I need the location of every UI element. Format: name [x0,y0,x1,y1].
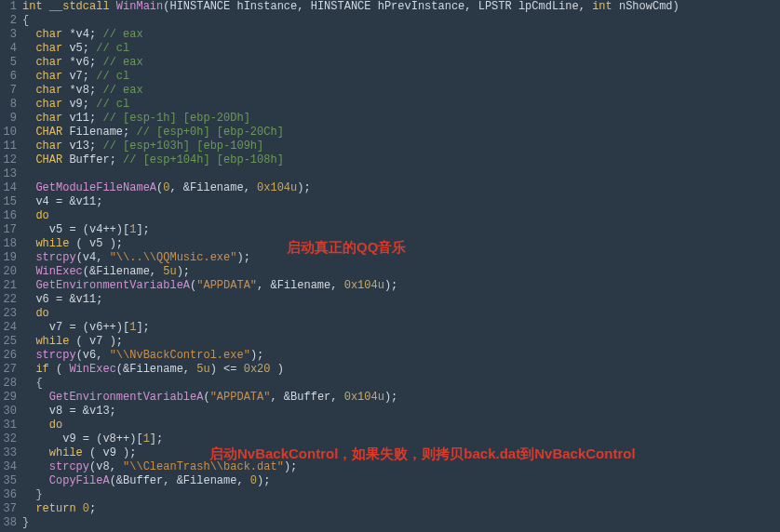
line-number: 35 [2,474,17,488]
code-line[interactable]: } [22,488,780,502]
code-line[interactable]: { [22,377,780,391]
line-number: 36 [2,488,17,502]
code-line[interactable]: } [22,516,780,530]
line-number: 23 [2,307,17,321]
line-number: 10 [2,126,17,140]
code-line[interactable]: do [22,419,780,432]
code-line[interactable]: do [22,209,780,223]
code-line[interactable]: return 0; [22,502,780,516]
code-line[interactable]: while ( v7 ); [22,335,780,349]
code-line[interactable]: WinExec(&Filename, 5u); [22,265,780,279]
code-line[interactable]: v8 = &v13; [22,405,780,419]
code-line[interactable]: v6 = &v11; [22,293,780,307]
code-line[interactable]: char *v8; // eax [22,84,780,98]
code-line[interactable]: v4 = &v11; [22,195,780,209]
line-number: 18 [2,237,17,251]
line-number: 11 [2,140,17,153]
line-number: 24 [2,321,17,335]
code-line[interactable]: GetEnvironmentVariableA("APPDATA", &File… [22,279,780,293]
line-number: 17 [2,223,17,237]
code-line[interactable]: char v7; // cl [22,70,780,84]
code-line[interactable]: if ( WinExec(&Filename, 5u) <= 0x20 ) [22,363,780,377]
annotation-nvbackcontrol: 启动NvBackControl，如果失败，则拷贝back.dat到NvBackC… [209,446,636,460]
code-line[interactable]: CHAR Buffer; // [esp+104h] [ebp-108h] [22,153,780,167]
code-line[interactable]: CHAR Filename; // [esp+0h] [ebp-20Ch] [22,126,780,140]
code-line[interactable]: v9 = (v8++)[1]; [22,432,780,446]
code-line[interactable]: char *v4; // eax [22,28,780,42]
code-line[interactable]: char v13; // [esp+103h] [ebp-109h] [22,140,780,153]
line-number: 27 [2,363,17,377]
code-line[interactable]: char v5; // cl [22,42,780,56]
line-number: 1 [2,0,17,14]
code-line[interactable]: char *v6; // eax [22,56,780,70]
line-number: 26 [2,349,17,363]
line-number: 29 [2,391,17,405]
line-number: 33 [2,446,17,460]
line-number: 34 [2,460,17,474]
line-number: 22 [2,293,17,307]
line-number: 20 [2,265,17,279]
code-line[interactable]: char v9; // cl [22,98,780,112]
line-number: 30 [2,405,17,419]
line-number: 12 [2,153,17,167]
code-line[interactable] [22,167,780,181]
line-number: 14 [2,181,17,195]
line-number: 25 [2,335,17,349]
annotation-qqmusic: 启动真正的QQ音乐 [287,240,406,254]
code-line[interactable]: CopyFileA(&Buffer, &Filename, 0); [22,474,780,488]
line-number: 19 [2,251,17,265]
line-number: 7 [2,84,17,98]
code-line[interactable]: do [22,307,780,321]
line-number: 37 [2,502,17,516]
line-number: 15 [2,195,17,209]
code-line[interactable]: strcpy(v8, "\\CleanTrash\\back.dat"); [22,460,780,474]
line-number: 6 [2,70,17,84]
line-number-gutter: 1 2 3 4 5 6 7 8 9 10 11 12 13 14 15 16 1… [0,0,20,530]
line-number: 4 [2,42,17,56]
code-line[interactable]: GetModuleFileNameA(0, &Filename, 0x104u)… [22,181,780,195]
code-line[interactable]: v7 = (v6++)[1]; [22,321,780,335]
line-number: 28 [2,377,17,391]
line-number: 16 [2,209,17,223]
line-number: 13 [2,167,17,181]
code-line[interactable]: v5 = (v4++)[1]; [22,223,780,237]
line-number: 38 [2,516,17,530]
code-line[interactable]: strcpy(v6, "\\NvBackControl.exe"); [22,349,780,363]
line-number: 31 [2,419,17,432]
code-line[interactable]: char v11; // [esp-1h] [ebp-20Dh] [22,112,780,126]
code-line[interactable]: GetEnvironmentVariableA("APPDATA", &Buff… [22,391,780,405]
code-line[interactable]: { [22,14,780,28]
line-number: 3 [2,28,17,42]
line-number: 9 [2,112,17,126]
line-number: 5 [2,56,17,70]
code-line[interactable]: int __stdcall WinMain(HINSTANCE hInstanc… [22,0,780,14]
line-number: 21 [2,279,17,293]
line-number: 8 [2,98,17,112]
line-number: 32 [2,432,17,446]
line-number: 2 [2,14,17,28]
